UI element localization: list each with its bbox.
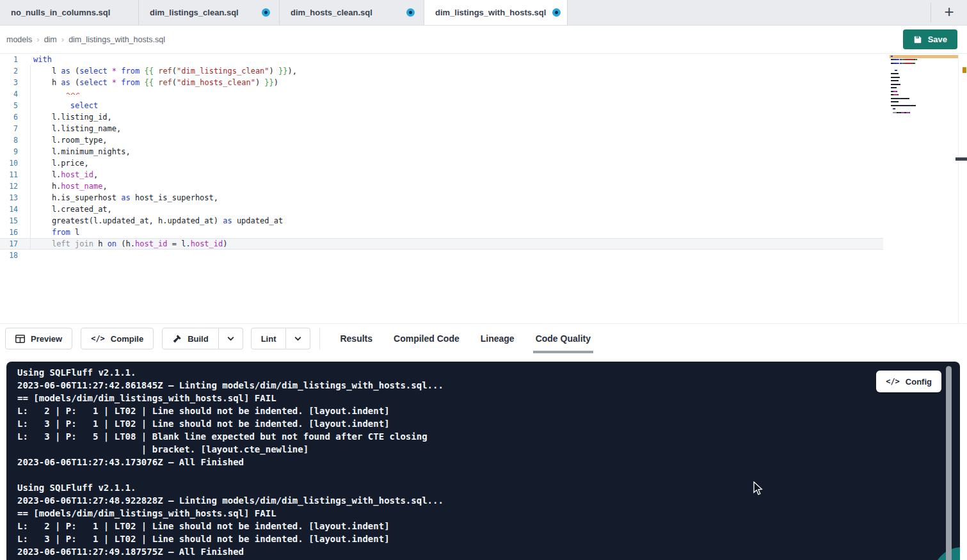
code-line-11[interactable]: 11 l.host_id, xyxy=(0,169,883,180)
tab-dim-hosts-clean[interactable]: dim_hosts_clean.sql xyxy=(280,0,424,25)
tab-label: Results xyxy=(340,333,372,344)
line-number: 9 xyxy=(0,146,18,157)
code-line-18[interactable]: 18 xyxy=(0,250,883,261)
code-text: l.listing_id, xyxy=(33,111,112,123)
terminal-output: Using SQLFluff v2.1.1.2023-06-06T11:27:4… xyxy=(6,362,960,558)
overview-ruler-error-marker xyxy=(963,67,966,73)
code-line-13[interactable]: 13 h.is_superhost as host_is_superhost, xyxy=(0,192,883,204)
tab-label: Code Quality xyxy=(536,333,591,344)
line-number: 5 xyxy=(0,100,18,111)
active-tab-underline xyxy=(533,351,593,353)
line-number: 13 xyxy=(0,192,18,204)
line-number: 17 xyxy=(0,239,18,249)
code-line-1[interactable]: 1with xyxy=(0,54,883,65)
line-number: 4 xyxy=(0,88,18,100)
floppy-disk-icon xyxy=(913,35,922,44)
tab-label: Lineage xyxy=(481,333,515,344)
tab-label: dim_listings_with_hosts.sql xyxy=(435,8,546,17)
tab-label: no_nulls_in_columns.sql xyxy=(11,8,110,17)
code-text: greatest(l.updated_at, h.updated_at) as … xyxy=(33,215,283,227)
terminal-line: == [models/dim/dim_listings_with_hosts.s… xyxy=(17,392,960,404)
build-label: Build xyxy=(188,334,209,344)
results-tab-strip: Results Compiled Code Lineage Code Quali… xyxy=(340,324,591,353)
chevron-down-icon xyxy=(227,335,235,343)
compile-button[interactable]: </> Compile xyxy=(81,328,154,349)
tab-results[interactable]: Results xyxy=(340,324,372,353)
line-number: 2 xyxy=(0,65,18,77)
tab-dim-listings-clean[interactable]: dim_listings_clean.sql xyxy=(139,0,280,25)
lint-dropdown-button[interactable] xyxy=(286,328,310,349)
code-line-2[interactable]: 2 l as (select * from {{ ref("dim_listin… xyxy=(0,65,883,77)
code-text: l.minimum_nights, xyxy=(33,146,131,157)
code-line-4[interactable]: 4 xyxy=(0,88,883,100)
code-lines: 1with2 l as (select * from {{ ref("dim_l… xyxy=(0,54,967,261)
code-text: l.created_at, xyxy=(33,204,112,215)
code-line-8[interactable]: 8 l.room_type, xyxy=(0,134,883,146)
code-editor[interactable]: 1with2 l as (select * from {{ ref("dim_l… xyxy=(0,54,967,323)
file-header-bar: models › dim › dim_listings_with_hosts.s… xyxy=(0,26,967,54)
save-button[interactable]: Save xyxy=(903,29,957,49)
build-button[interactable]: Build xyxy=(162,328,219,349)
overview-ruler xyxy=(958,54,959,323)
unsaved-changes-icon xyxy=(262,8,270,17)
lint-output-terminal[interactable]: Using SQLFluff v2.1.1.2023-06-06T11:27:4… xyxy=(6,362,960,560)
config-label: Config xyxy=(906,377,932,387)
code-brackets-icon: </> xyxy=(886,377,900,386)
new-tab-button[interactable]: + xyxy=(931,0,967,25)
toolbar-divider xyxy=(319,328,320,349)
preview-label: Preview xyxy=(31,334,62,344)
code-line-16[interactable]: 16 from l xyxy=(0,227,883,238)
code-text: l.room_type, xyxy=(33,134,108,146)
line-number: 10 xyxy=(0,157,18,169)
code-line-9[interactable]: 9 l.minimum_nights, xyxy=(0,146,883,157)
code-text: select xyxy=(33,100,98,111)
terminal-line: Using SQLFluff v2.1.1. xyxy=(17,366,960,379)
tab-dim-listings-with-hosts[interactable]: dim_listings_with_hosts.sql xyxy=(424,0,568,25)
code-line-17[interactable]: 17 left join h on (h.host_id = l.host_id… xyxy=(0,238,883,250)
line-number: 14 xyxy=(0,204,18,215)
minimap[interactable] xyxy=(890,54,958,182)
code-text: l.host_id, xyxy=(33,169,98,180)
code-line-14[interactable]: 14 l.created_at, xyxy=(0,204,883,215)
tab-lineage[interactable]: Lineage xyxy=(481,324,515,353)
chevron-right-icon: › xyxy=(61,35,64,44)
code-line-15[interactable]: 15 greatest(l.updated_at, h.updated_at) … xyxy=(0,215,883,227)
tab-no-nulls-in-columns[interactable]: no_nulls_in_columns.sql xyxy=(0,0,139,25)
terminal-line xyxy=(17,468,960,481)
tab-compiled-code[interactable]: Compiled Code xyxy=(394,324,460,353)
lint-label: Lint xyxy=(261,334,276,344)
code-text: left join h on (h.host_id = l.host_id) xyxy=(33,239,228,249)
terminal-line: 2023-06-06T11:27:43.173076Z — All Finish… xyxy=(17,456,960,468)
line-number: 1 xyxy=(0,54,18,65)
terminal-line: Using SQLFluff v2.1.1. xyxy=(17,481,960,494)
tab-code-quality[interactable]: Code Quality xyxy=(536,324,591,353)
terminal-line: 2023-06-06T11:27:48.922828Z — Linting mo… xyxy=(17,494,960,507)
breadcrumb-segment-file[interactable]: dim_listings_with_hosts.sql xyxy=(68,35,165,44)
compile-label: Compile xyxy=(111,334,143,344)
code-line-10[interactable]: 10 l.price, xyxy=(0,157,883,169)
line-number: 18 xyxy=(0,250,18,261)
tabbar-spacer xyxy=(568,0,931,25)
code-line-3[interactable]: 3 h as (select * from {{ ref("dim_hosts_… xyxy=(0,77,883,88)
grid-table-icon xyxy=(15,335,25,343)
lint-button[interactable]: Lint xyxy=(251,328,287,349)
preview-button[interactable]: Preview xyxy=(5,328,72,349)
terminal-line: L: 3 | P: 1 | LT02 | Line should not be … xyxy=(17,417,960,430)
terminal-line: L: 2 | P: 1 | LT02 | Line should not be … xyxy=(17,520,960,532)
code-line-12[interactable]: 12 h.host_name, xyxy=(0,180,883,192)
tab-label: dim_hosts_clean.sql xyxy=(291,8,372,17)
code-line-6[interactable]: 6 l.listing_id, xyxy=(0,111,883,123)
code-text: l.listing_name, xyxy=(33,123,121,134)
code-line-5[interactable]: 5 select xyxy=(0,100,883,111)
breadcrumb-segment-models[interactable]: models xyxy=(6,35,32,44)
line-number: 7 xyxy=(0,123,18,134)
indent-guide xyxy=(30,65,31,250)
chevron-down-icon xyxy=(294,335,302,343)
terminal-scrollbar[interactable] xyxy=(946,366,952,560)
code-line-7[interactable]: 7 l.listing_name, xyxy=(0,123,883,134)
terminal-line: | bracket. [layout.cte_newline] xyxy=(17,443,960,456)
tab-label: dim_listings_clean.sql xyxy=(150,8,239,17)
config-button[interactable]: </> Config xyxy=(876,371,941,392)
breadcrumb-segment-dim[interactable]: dim xyxy=(44,35,57,44)
build-dropdown-button[interactable] xyxy=(219,328,243,349)
